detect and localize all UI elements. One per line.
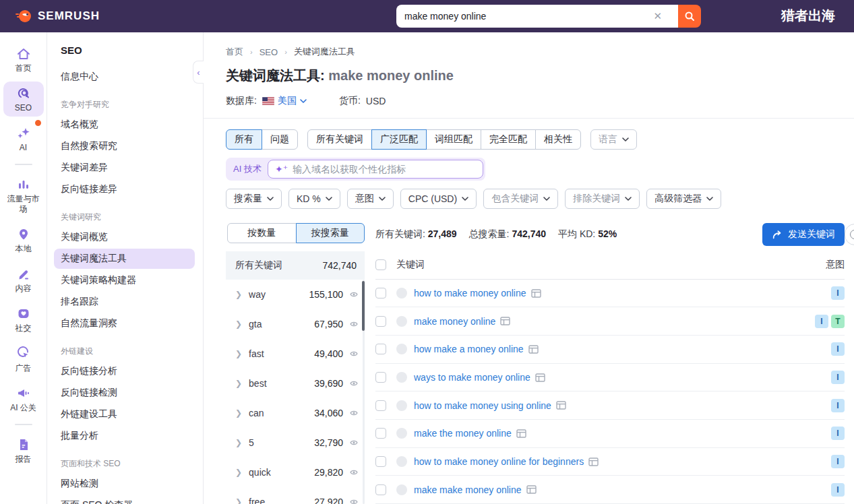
- advanced-filters-dropdown[interactable]: 高级筛选器: [646, 189, 721, 209]
- include-keywords-dropdown[interactable]: 包含关键词: [483, 189, 558, 209]
- keyword-link[interactable]: make the money online: [414, 428, 512, 439]
- eye-icon[interactable]: [348, 409, 359, 417]
- row-checkbox[interactable]: [375, 428, 386, 439]
- rail-item-ads[interactable]: 广告: [3, 342, 44, 377]
- sidebar-item-info-center[interactable]: 信息中心: [54, 67, 195, 87]
- volume-filter-dropdown[interactable]: 搜索量: [226, 189, 282, 209]
- keyword-link[interactable]: make money online: [414, 316, 495, 327]
- group-row[interactable]: ❯ gta 67,950: [226, 309, 365, 339]
- serp-features-icon[interactable]: [531, 289, 541, 298]
- rail-item-reports[interactable]: 报告: [3, 433, 44, 468]
- row-checkbox[interactable]: [375, 456, 386, 467]
- sidebar-item-backlink-gap[interactable]: 反向链接差异: [54, 179, 195, 199]
- sidebar-item-link-building-tool[interactable]: 外链建设工具: [54, 404, 195, 424]
- send-keywords-button[interactable]: 发送关键词: [762, 223, 845, 246]
- tab-all[interactable]: 所有: [226, 129, 262, 150]
- serp-features-icon[interactable]: [556, 401, 566, 410]
- group-row[interactable]: ❯ quick 29,820: [226, 458, 365, 487]
- tab-all-keywords[interactable]: 所有关键词: [307, 129, 372, 150]
- serp-features-icon[interactable]: [528, 345, 539, 354]
- tab-broad-match[interactable]: 广泛匹配: [371, 129, 427, 150]
- all-keywords-group-header[interactable]: 所有关键词 742,740: [226, 251, 365, 280]
- eye-icon[interactable]: [348, 468, 359, 476]
- row-checkbox[interactable]: [375, 372, 386, 383]
- keyword-link[interactable]: make make money online: [414, 484, 522, 495]
- serp-features-icon[interactable]: [535, 373, 545, 382]
- sidebar-item-backlink-analytics[interactable]: 反向链接分析: [54, 361, 195, 381]
- sort-by-number-tab[interactable]: 按数量: [227, 223, 297, 243]
- rail-item-home[interactable]: 首页: [3, 42, 44, 77]
- serp-features-icon[interactable]: [500, 317, 510, 325]
- search-button[interactable]: [678, 5, 701, 28]
- rail-item-local[interactable]: 本地: [3, 222, 44, 257]
- row-checkbox[interactable]: [375, 484, 386, 495]
- row-checkbox[interactable]: [375, 400, 386, 411]
- sort-by-volume-tab[interactable]: 按搜索量: [296, 223, 365, 243]
- eye-icon[interactable]: [348, 498, 359, 504]
- sidebar-item-bulk-analysis[interactable]: 批量分析: [54, 426, 195, 446]
- row-checkbox[interactable]: [375, 344, 386, 354]
- eye-icon[interactable]: [348, 290, 359, 298]
- serp-features-icon[interactable]: [526, 485, 537, 494]
- rail-item-ai[interactable]: AI: [3, 121, 44, 156]
- language-dropdown[interactable]: 语言: [590, 129, 637, 150]
- sidebar-item-organic-traffic-insights[interactable]: 自然流量洞察: [54, 313, 195, 334]
- group-row[interactable]: ❯ best 39,690: [226, 369, 365, 398]
- exclude-keywords-dropdown[interactable]: 排除关键词: [565, 189, 640, 209]
- keyword-link[interactable]: how make a money online: [414, 344, 524, 354]
- sidebar-item-organic-research[interactable]: 自然搜索研究: [54, 136, 195, 156]
- sidebar-item-keyword-overview[interactable]: 关键词概览: [54, 227, 195, 247]
- sidebar-item-site-audit[interactable]: 网站检测: [54, 474, 195, 494]
- chevron-down-icon: [625, 197, 632, 201]
- tab-phrase-match[interactable]: 词组匹配: [426, 129, 481, 150]
- kd-filter-dropdown[interactable]: KD %: [288, 189, 340, 209]
- sidebar-item-backlink-audit[interactable]: 反向链接检测: [54, 383, 195, 403]
- sidebar-item-keyword-magic-tool[interactable]: 关键词魔法工具: [54, 249, 195, 269]
- rail-item-content[interactable]: 内容: [3, 262, 44, 297]
- sidebar-item-keyword-gap[interactable]: 关键词差异: [54, 158, 195, 178]
- group-row[interactable]: ❯ fast 49,400: [226, 339, 365, 369]
- scrollbar-thumb[interactable]: [362, 281, 365, 331]
- sidebar-collapse-button[interactable]: ‹: [193, 61, 204, 84]
- intent-filter-dropdown[interactable]: 意图: [347, 189, 394, 209]
- sidebar-item-onpage-seo-checker[interactable]: 页面 SEO 检查器: [54, 495, 195, 504]
- breadcrumb-home[interactable]: 首页: [226, 46, 243, 58]
- semrush-logo[interactable]: SEMRUSH: [15, 7, 100, 25]
- sidebar-item-keyword-strategy-builder[interactable]: 关键词策略构建器: [54, 270, 195, 290]
- keyword-link[interactable]: how to make money online for beginners: [414, 456, 584, 467]
- serp-features-icon[interactable]: [516, 429, 526, 438]
- keyword-link[interactable]: how to make money using online: [414, 400, 551, 411]
- rail-item-social[interactable]: 社交: [3, 302, 44, 337]
- table-header: 关键词 意图: [375, 251, 845, 280]
- tab-questions[interactable]: 问题: [262, 129, 298, 150]
- eye-icon[interactable]: [348, 439, 359, 447]
- tab-exact-match[interactable]: 完全匹配: [481, 129, 536, 150]
- group-row[interactable]: ❯ way 155,100: [226, 280, 365, 309]
- serp-features-icon[interactable]: [588, 458, 599, 466]
- breadcrumb-seo[interactable]: SEO: [260, 47, 278, 57]
- group-row[interactable]: ❯ 5 32,790: [226, 428, 365, 458]
- sidebar-item-position-tracking[interactable]: 排名跟踪: [54, 292, 195, 312]
- clear-search-icon[interactable]: ✕: [653, 10, 662, 22]
- cpc-filter-dropdown[interactable]: CPC (USD): [400, 189, 477, 209]
- database-selector[interactable]: 美国: [262, 95, 307, 107]
- filter-label: 搜索量: [234, 193, 262, 205]
- ai-domain-input[interactable]: [293, 164, 476, 175]
- keyword-link[interactable]: how to make money online: [414, 288, 526, 298]
- row-checkbox[interactable]: [375, 288, 386, 298]
- group-row[interactable]: ❯ can 34,060: [226, 398, 365, 428]
- eye-icon[interactable]: [348, 350, 359, 358]
- rail-item-ai-pr[interactable]: AI 公关: [3, 381, 44, 416]
- rail-item-traffic-market[interactable]: 流量与市场: [3, 172, 44, 218]
- eye-icon[interactable]: [348, 379, 359, 387]
- search-input[interactable]: [396, 5, 678, 28]
- row-checkbox[interactable]: [375, 316, 386, 327]
- group-row[interactable]: ❯ free 27,920: [226, 487, 365, 504]
- select-all-checkbox[interactable]: [375, 259, 386, 270]
- rail-item-seo[interactable]: SEO: [3, 82, 44, 117]
- eye-icon[interactable]: [348, 320, 359, 328]
- sidebar-item-domain-overview[interactable]: 域名概览: [54, 115, 195, 135]
- overflow-cut-button[interactable]: [845, 224, 854, 245]
- tab-related[interactable]: 相关性: [535, 129, 581, 150]
- keyword-link[interactable]: ways to make money online: [414, 372, 530, 383]
